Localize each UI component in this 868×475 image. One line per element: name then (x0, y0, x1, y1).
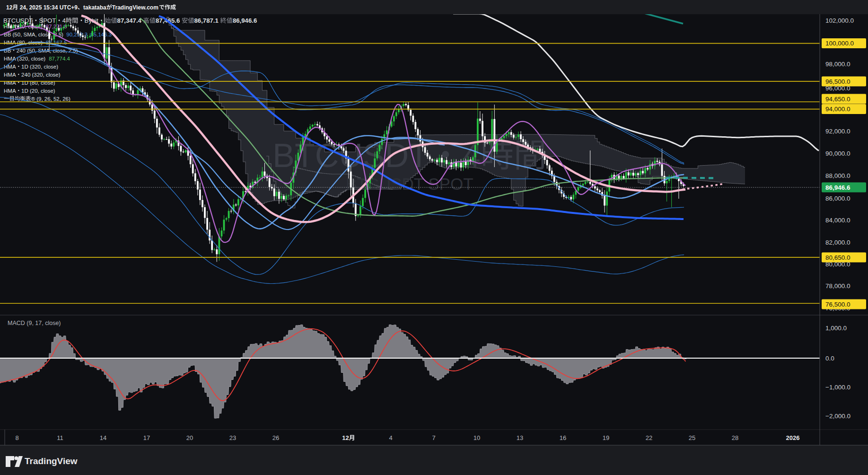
svg-text:MACD (9, 17, close): MACD (9, 17, close) (8, 320, 61, 326)
svg-text:102,000.0: 102,000.0 (825, 17, 854, 24)
svg-text:8: 8 (15, 434, 18, 441)
svg-text:® (9, 26, 52, 26): ® (9, 26, 52, 26) (31, 96, 70, 102)
svg-text:BB (50, SMA, close, 2.5): BB (50, SMA, close, 2.5) (4, 32, 66, 37)
svg-text:22: 22 (646, 434, 652, 441)
svg-text:16: 16 (560, 434, 566, 441)
svg-text:19: 19 (603, 434, 609, 441)
svg-text:80,650.0: 80,650.0 (825, 254, 850, 261)
svg-text:14: 14 (100, 434, 106, 441)
svg-text:1D (80, close): 1D (80, close) (21, 80, 55, 86)
svg-text:HMA: HMA (4, 72, 16, 78)
svg-text:1D (20, close): 1D (20, close) (21, 88, 55, 94)
svg-text:86,946.6: 86,946.6 (233, 17, 257, 24)
svg-text:7: 7 (432, 434, 435, 441)
svg-text:takataba: takataba (83, 4, 106, 11)
svg-text:88,000.0: 88,000.0 (825, 172, 850, 179)
svg-text:10: 10 (473, 434, 480, 441)
svg-text:87,774.4: 87,774.4 (49, 56, 70, 62)
svg-text:94,650.0: 94,650.0 (825, 96, 850, 103)
svg-text:25: 25 (689, 434, 695, 441)
svg-text:28: 28 (732, 434, 738, 441)
svg-text:20: 20 (186, 434, 193, 441)
svg-text:17: 17 (143, 434, 150, 441)
svg-text:26: 26 (272, 434, 279, 441)
svg-text:82,000.0: 82,000.0 (825, 239, 850, 246)
svg-text:12: 12 (342, 434, 349, 441)
svg-text:HMA (320, close): HMA (320, close) (4, 56, 49, 62)
svg-text:24, 2025 15:34 UTC+9: 24, 2025 15:34 UTC+9 (18, 4, 78, 11)
svg-text:78,000.0: 78,000.0 (825, 282, 850, 290)
svg-text:−1,000.0: −1,000.0 (825, 384, 850, 391)
svg-text:98,000.0: 98,000.0 (825, 61, 850, 68)
svg-text:88,167.5: 88,167.5 (46, 40, 67, 45)
svg-text:76,500.0: 76,500.0 (825, 301, 850, 308)
svg-text:94,000.0: 94,000.0 (825, 106, 850, 113)
svg-text:HMA: HMA (4, 88, 16, 94)
svg-text:0.0: 0.0 (825, 355, 834, 362)
svg-text:90,000.0: 90,000.0 (825, 150, 850, 157)
svg-text:86,787.1: 86,787.1 (194, 17, 219, 24)
svg-text:4: 4 (389, 434, 392, 441)
svg-text:TradingView.com: TradingView.com (112, 4, 158, 11)
svg-text:92,000.0: 92,000.0 (825, 128, 850, 135)
svg-text:12: 12 (6, 4, 13, 11)
svg-text:96,500.0: 96,500.0 (825, 78, 850, 85)
svg-text:HMA: HMA (4, 80, 16, 86)
svg-text:−2,000.0: −2,000.0 (825, 413, 850, 420)
svg-text:87,347.4: 87,347.4 (117, 17, 142, 24)
svg-text:1D (320, close): 1D (320, close) (21, 64, 58, 70)
svg-text:84,000.0: 84,000.0 (825, 217, 850, 224)
svg-text:1,000.0: 1,000.0 (825, 325, 847, 332)
svg-text:100,000.0: 100,000.0 (825, 40, 854, 47)
svg-text:86,946.6: 86,946.6 (825, 184, 850, 191)
svg-text:TradingView: TradingView (25, 456, 78, 466)
svg-text:2026: 2026 (786, 434, 800, 441)
svg-text:240 (320, close): 240 (320, close) (21, 72, 61, 78)
svg-text:86,000.0: 86,000.0 (825, 195, 850, 202)
svg-text:13: 13 (517, 434, 523, 441)
svg-text:11: 11 (57, 434, 63, 441)
svg-text:23: 23 (229, 434, 236, 441)
